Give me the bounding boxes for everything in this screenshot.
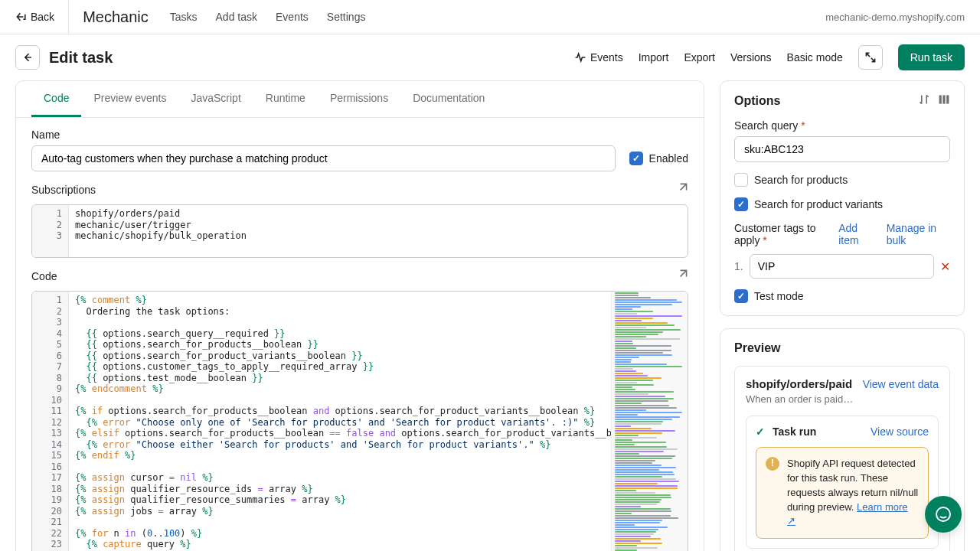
- export-link[interactable]: Export: [684, 51, 714, 64]
- search-products-label: Search for products: [754, 174, 848, 186]
- manage-bulk-link[interactable]: Manage in bulk: [887, 222, 950, 246]
- preview-event-desc: When an order is paid…: [746, 393, 939, 405]
- options-title-row: Options: [734, 93, 950, 109]
- nav-settings[interactable]: Settings: [327, 11, 366, 23]
- preview-title: Preview: [734, 341, 950, 355]
- main-column: Code Preview events JavaScript Runtime P…: [15, 80, 704, 551]
- task-run-block: ✓ Task run View source ! Shopify API req…: [746, 416, 939, 549]
- name-input[interactable]: [31, 145, 616, 171]
- search-variants-checkbox[interactable]: [734, 197, 748, 211]
- tab-documentation[interactable]: Documentation: [400, 81, 497, 117]
- tab-permissions[interactable]: Permissions: [318, 81, 400, 117]
- search-query-field: Search query *: [734, 119, 950, 162]
- api-warning-box: ! Shopify API request detected for this …: [756, 447, 929, 539]
- activity-icon: [574, 51, 586, 64]
- search-variants-checkbox-wrap[interactable]: Search for product variants: [734, 197, 950, 211]
- code-body[interactable]: {% comment %} Ordering the task options:…: [69, 292, 611, 551]
- code-minimap[interactable]: [611, 292, 688, 551]
- shop-url: mechanic-demo.myshopify.com: [825, 11, 965, 23]
- warning-icon: !: [766, 457, 779, 471]
- tag-input[interactable]: [750, 254, 934, 279]
- subs-body[interactable]: shopify/orders/paid mechanic/user/trigge…: [69, 205, 688, 257]
- expand-icon: [864, 51, 877, 64]
- code-header: Code: [16, 258, 704, 286]
- events-label: Events: [590, 51, 623, 64]
- warning-text: Shopify API request detected for this ta…: [787, 457, 919, 529]
- code-gutter: 123456789101112131415161718192021222324: [32, 292, 69, 551]
- back-label: Back: [31, 11, 54, 23]
- import-link[interactable]: Import: [639, 51, 669, 64]
- brand-name: Mechanic: [83, 8, 149, 26]
- test-mode-label: Test mode: [754, 290, 804, 302]
- search-products-checkbox-wrap[interactable]: Search for products: [734, 173, 950, 187]
- back-icon: [15, 11, 28, 23]
- columns-icon[interactable]: [938, 93, 950, 109]
- top-nav: Tasks Add task Events Settings: [170, 11, 366, 23]
- test-mode-checkbox[interactable]: [734, 289, 748, 303]
- editor-card: Code Preview events JavaScript Runtime P…: [15, 80, 704, 551]
- options-card: Options Search query * Search for produc…: [720, 80, 965, 316]
- chat-fab[interactable]: [925, 496, 962, 533]
- name-field: Name Enabled: [16, 118, 704, 171]
- tags-label: Customer tags to apply *: [734, 222, 838, 246]
- svg-point-3: [936, 507, 950, 521]
- preview-event-name: shopify/orders/paid: [746, 377, 852, 390]
- enabled-checkbox-wrap[interactable]: Enabled: [629, 152, 688, 165]
- svg-rect-0: [939, 95, 942, 103]
- back-arrow-button[interactable]: [15, 45, 40, 70]
- tag-item-1: 1. ✕: [734, 254, 950, 279]
- view-event-data-link[interactable]: View event data: [863, 378, 939, 390]
- tag-num: 1.: [734, 260, 743, 272]
- svg-rect-2: [946, 95, 949, 103]
- subscriptions-editor[interactable]: 123 shopify/orders/paid mechanic/user/tr…: [31, 204, 688, 258]
- test-mode-checkbox-wrap[interactable]: Test mode: [734, 289, 950, 303]
- subscriptions-label: Subscriptions: [31, 184, 96, 196]
- search-variants-label: Search for product variants: [754, 198, 883, 210]
- tags-field: Customer tags to apply * Add item Manage…: [734, 222, 950, 279]
- subscriptions-expand-icon[interactable]: [676, 182, 688, 197]
- enabled-checkbox[interactable]: [629, 152, 643, 165]
- sort-icon[interactable]: [918, 93, 930, 109]
- chat-icon: [934, 505, 952, 523]
- run-task-button[interactable]: Run task: [898, 44, 965, 70]
- search-products-checkbox[interactable]: [734, 173, 748, 187]
- layout: Code Preview events JavaScript Runtime P…: [0, 80, 980, 551]
- sidebar: Options Search query * Search for produc…: [720, 80, 965, 551]
- nav-events[interactable]: Events: [276, 11, 309, 23]
- events-link[interactable]: Events: [574, 51, 623, 64]
- tab-runtime[interactable]: Runtime: [253, 81, 318, 117]
- options-title: Options: [734, 94, 780, 108]
- topbar: Back Mechanic Tasks Add task Events Sett…: [0, 0, 980, 34]
- add-item-link[interactable]: Add item: [838, 222, 876, 246]
- tab-javascript[interactable]: JavaScript: [178, 81, 253, 117]
- arrow-left-icon: [21, 51, 34, 64]
- code-label: Code: [31, 270, 57, 282]
- tab-preview-events[interactable]: Preview events: [81, 81, 178, 117]
- versions-link[interactable]: Versions: [730, 51, 772, 64]
- name-label: Name: [31, 129, 688, 141]
- delete-tag-icon[interactable]: ✕: [940, 259, 950, 274]
- expand-button[interactable]: [858, 45, 883, 70]
- header-actions: Events Import Export Versions Basic mode…: [574, 44, 965, 70]
- nav-add-task[interactable]: Add task: [216, 11, 257, 23]
- code-expand-icon[interactable]: [676, 269, 688, 283]
- enabled-label: Enabled: [649, 152, 688, 165]
- search-query-input[interactable]: [734, 136, 950, 162]
- check-icon: ✓: [756, 425, 765, 438]
- search-query-label: Search query *: [734, 119, 950, 132]
- svg-rect-1: [942, 95, 945, 103]
- editor-tabs: Code Preview events JavaScript Runtime P…: [16, 81, 704, 118]
- nav-tasks[interactable]: Tasks: [170, 11, 198, 23]
- code-editor[interactable]: 123456789101112131415161718192021222324 …: [31, 291, 688, 551]
- subs-gutter: 123: [32, 205, 69, 257]
- page-title: Edit task: [49, 49, 113, 67]
- preview-event-block: shopify/orders/paid View event data When…: [734, 366, 950, 551]
- tab-code[interactable]: Code: [31, 81, 81, 117]
- subscriptions-header: Subscriptions: [16, 171, 704, 200]
- view-source-link[interactable]: View source: [871, 425, 929, 438]
- basic-mode-link[interactable]: Basic mode: [787, 51, 843, 64]
- back-button[interactable]: Back: [15, 0, 69, 34]
- page-header: Edit task Events Import Export Versions …: [0, 34, 980, 80]
- task-run-label: Task run: [773, 425, 816, 438]
